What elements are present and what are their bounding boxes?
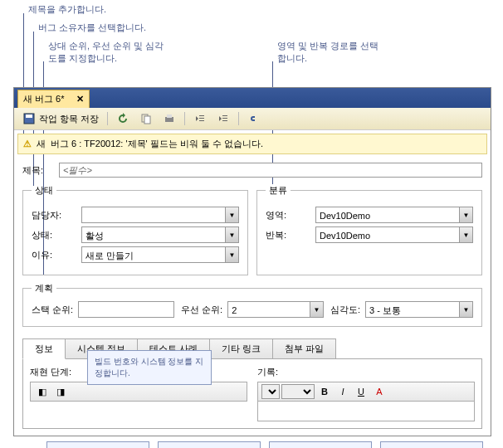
- severity-label: 심각도:: [330, 304, 360, 316]
- plan-legend: 계획: [32, 282, 56, 295]
- copy-icon: [139, 112, 153, 125]
- priority-label: 우선 순위:: [181, 304, 222, 316]
- class-legend: 분류: [266, 184, 291, 197]
- severity-combo[interactable]: 3 - 보통 ▼: [365, 301, 473, 318]
- reason-combo[interactable]: 새로 만들기 ▼: [81, 246, 239, 263]
- link-icon: [247, 112, 261, 125]
- document-tab-bar: 새 버그 6* ✕: [14, 88, 491, 108]
- tab-other-links[interactable]: 기타 링크: [209, 338, 273, 359]
- font-select[interactable]: [261, 384, 280, 399]
- copy-button[interactable]: [136, 110, 156, 127]
- indent-icon: [217, 112, 230, 125]
- history-editor[interactable]: [257, 402, 475, 421]
- warning-text: 버그 6 : TF20012: '제목' 필드는 비워 둘 수 없습니다.: [51, 138, 263, 150]
- rte-button[interactable]: ◨: [52, 384, 69, 399]
- underline-button[interactable]: U: [353, 384, 369, 399]
- area-combo[interactable]: Dev10Demo ▼: [315, 207, 473, 223]
- svg-rect-7: [199, 118, 204, 119]
- assignee-combo[interactable]: ▼: [81, 207, 239, 223]
- chevron-down-icon[interactable]: ▼: [459, 302, 472, 317]
- bold-button[interactable]: B: [316, 384, 333, 399]
- chevron-down-icon[interactable]: ▼: [225, 247, 238, 262]
- stack-value[interactable]: [78, 301, 174, 318]
- validation-warning: ⚠ 새 버그 6 : TF20012: '제목' 필드는 비워 둘 수 없습니다…: [17, 134, 487, 154]
- state-value: 활성: [81, 226, 239, 243]
- svg-rect-3: [144, 116, 150, 124]
- annotation-links: 다른 작업 항목, 변경 집합, 버전이 있는 항목, URL에 연결합니다.: [269, 441, 372, 448]
- annotation-info: 버그를 재현하는 데 필요한 정보를 추가합니다.: [46, 441, 149, 448]
- callout-title: 제목을 추가합니다.: [28, 3, 106, 16]
- form-area: 제목: 상태 담당자: ▼ 상태: 활성 ▼: [14, 158, 491, 332]
- outdent-icon: [193, 112, 207, 125]
- callout-rank: 상대 순위, 우선 순위 및 심각도를 지정합니다.: [48, 40, 164, 65]
- iteration-value: Dev10Demo: [315, 226, 473, 243]
- print-button[interactable]: [159, 110, 179, 127]
- severity-value: 3 - 보통: [365, 301, 473, 318]
- annotation-testcase: 버그를 테스트하는 테스트 사례에 연결합니다.: [158, 441, 261, 448]
- area-value: Dev10Demo: [315, 207, 473, 223]
- svg-rect-10: [222, 118, 227, 119]
- chevron-down-icon[interactable]: ▼: [459, 207, 472, 222]
- area-label: 영역:: [266, 209, 315, 222]
- tab-info[interactable]: 정보: [22, 338, 66, 359]
- stack-input[interactable]: [78, 301, 174, 318]
- state-combo[interactable]: 활성 ▼: [81, 226, 239, 243]
- chevron-down-icon[interactable]: ▼: [225, 227, 238, 242]
- title-input[interactable]: [59, 163, 482, 178]
- reason-value: 새로 만들기: [81, 246, 239, 263]
- print-icon: [163, 112, 176, 125]
- save-button[interactable]: 작업 항목 저장: [19, 110, 102, 127]
- italic-button[interactable]: I: [335, 384, 351, 399]
- svg-rect-9: [222, 115, 227, 116]
- classification-fieldset: 분류 영역: Dev10Demo ▼ 반복: Dev10Demo ▼: [256, 184, 482, 275]
- save-icon: [22, 112, 36, 125]
- document-tab[interactable]: 새 버그 6* ✕: [17, 90, 90, 108]
- iteration-combo[interactable]: Dev10Demo ▼: [315, 226, 473, 243]
- svg-rect-6: [199, 115, 204, 116]
- warning-icon: ⚠: [23, 139, 32, 149]
- assignee-value: [81, 207, 239, 223]
- tab-attachments[interactable]: 첨부 파일: [272, 338, 336, 359]
- iteration-label: 반복:: [266, 229, 315, 241]
- font-color-button[interactable]: A: [371, 384, 388, 399]
- link-button[interactable]: [244, 110, 264, 127]
- rte-button[interactable]: ◧: [34, 384, 51, 399]
- svg-rect-5: [167, 114, 172, 118]
- work-item-window: 새 버그 6* ✕ 작업 항목 저장 ⚠ 새 버그 6 : TF20012: '…: [13, 87, 491, 436]
- callout-owner: 버그 소유자를 선택합니다.: [38, 22, 146, 34]
- planning-fieldset: 계획 스택 순위: 우선 순위: 2 ▼ 심각도:: [22, 282, 482, 327]
- chevron-down-icon[interactable]: ▼: [310, 302, 323, 317]
- chevron-down-icon[interactable]: ▼: [459, 227, 472, 242]
- svg-rect-8: [199, 120, 204, 121]
- priority-combo[interactable]: 2 ▼: [227, 301, 324, 318]
- indent-button[interactable]: [213, 110, 233, 127]
- status-legend: 상태: [32, 184, 56, 197]
- annotation-attach: 버그 해결 방법을 보여 주는 로그 파일, 스크린 샷 등의 파일을 첨부합니…: [380, 441, 483, 448]
- svg-rect-1: [26, 114, 32, 118]
- outdent-button[interactable]: [190, 110, 210, 127]
- callout-area: 영역 및 반복 경로를 선택합니다.: [277, 40, 385, 65]
- history-label: 기록:: [257, 366, 475, 378]
- stack-label: 스택 순위:: [32, 304, 73, 316]
- refresh-button[interactable]: [113, 110, 133, 127]
- close-icon[interactable]: ✕: [76, 94, 84, 105]
- document-tab-label: 새 버그 6*: [23, 93, 65, 105]
- history-toolbar: B I U A: [257, 382, 475, 402]
- status-fieldset: 상태 담당자: ▼ 상태: 활성 ▼ 이유:: [22, 184, 248, 275]
- title-label: 제목:: [22, 164, 54, 177]
- reason-label: 이유:: [32, 249, 81, 261]
- toolbar: 작업 항목 저장: [14, 108, 491, 130]
- assignee-label: 담당자:: [32, 209, 81, 222]
- svg-rect-11: [222, 120, 227, 121]
- refresh-icon: [116, 112, 129, 125]
- save-label: 작업 항목 저장: [39, 113, 99, 125]
- state-label: 상태:: [32, 229, 81, 241]
- warning-prefix: 새: [37, 138, 46, 150]
- size-select[interactable]: [281, 384, 315, 399]
- annotation-sysinfo: 빌드 번호와 시스템 정보를 지정합니다.: [87, 350, 212, 385]
- history-column: 기록: B I U A: [257, 366, 475, 421]
- chevron-down-icon[interactable]: ▼: [225, 207, 238, 222]
